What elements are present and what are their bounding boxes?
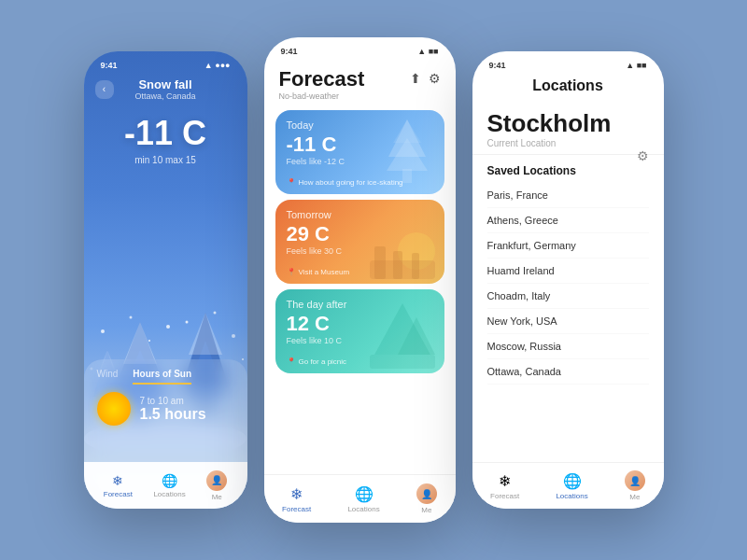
nav-me-1[interactable]: 👤 Me	[206, 470, 227, 501]
forecast-card-dayafter[interactable]: The day after 12 C Feels like 10 C 📍 Go …	[275, 289, 444, 373]
nav-locations-3[interactable]: 🌐 Locations	[556, 472, 587, 500]
forecast-icon-3: ❄	[499, 472, 511, 490]
avatar-3: 👤	[625, 470, 645, 491]
nav-forecast-label-1: Forecast	[104, 490, 133, 498]
nav-bar-3: ❄ Forecast 🌐 Locations 👤 Me	[472, 462, 664, 509]
card-dayafter-suggestion: 📍 Go for a picnic	[287, 357, 347, 366]
svg-marker-27	[393, 119, 421, 143]
avatar-1: 👤	[206, 470, 227, 491]
location-info: Snow fall Ottawa, Canada	[134, 77, 195, 101]
signal-icons-2: ▲ ■■	[417, 47, 438, 56]
nav-locations-label-2: Locations	[347, 505, 379, 513]
status-time-1: 9:41	[101, 61, 118, 70]
current-location-section: Stockholm Current Location ⚙	[472, 102, 664, 155]
status-time-3: 9:41	[489, 61, 506, 70]
header-action-icons: ⬆ ⚙	[410, 71, 441, 86]
location-item-newyork[interactable]: New York, USA	[487, 309, 649, 334]
svg-rect-35	[370, 355, 435, 369]
tab-wind[interactable]: Wind	[97, 369, 119, 385]
location-item-ottawa[interactable]: Ottawa, Canada	[487, 359, 649, 385]
location-pin-today: 📍	[287, 178, 296, 187]
locations-page-title: Locations	[472, 74, 664, 102]
temp-range: min 10 max 15	[84, 155, 247, 165]
svg-point-14	[101, 329, 105, 333]
phone-forecast: 9:41 ▲ ■■ Forecast No-bad-weather ⬆ ⚙ To…	[264, 37, 456, 523]
sun-info-row: 7 to 10 am 1.5 hours	[97, 392, 234, 426]
status-bar-1: 9:41 ▲ ●●●	[84, 51, 247, 74]
sun-hours: 1.5 hours	[140, 406, 206, 423]
card-tomorrow-decoration	[370, 200, 435, 284]
phone-locations: 9:41 ▲ ■■ Locations Stockholm Current Lo…	[472, 51, 664, 509]
svg-point-17	[213, 312, 216, 315]
current-location-label: Current Location	[487, 138, 649, 148]
signal-icons-3: ▲ ■■	[626, 61, 646, 70]
svg-rect-26	[402, 169, 412, 183]
settings-icon-2[interactable]: ⚙	[429, 71, 441, 86]
locations-icon-3: 🌐	[563, 472, 582, 490]
status-time-2: 9:41	[281, 47, 298, 56]
avatar-2: 👤	[416, 483, 437, 504]
saved-locations-section: Saved Locations Paris, France Athens, Gr…	[472, 155, 664, 388]
card-dayafter-decoration	[370, 289, 435, 373]
header-2: Forecast No-bad-weather ⬆ ⚙	[264, 60, 456, 105]
status-bar-3: 9:41 ▲ ■■	[472, 51, 664, 74]
settings-icon-3[interactable]: ⚙	[637, 148, 649, 163]
sun-time: 7 to 10 am	[140, 396, 206, 406]
location-item-paris[interactable]: Paris, France	[487, 183, 649, 208]
nav-locations-2[interactable]: 🌐 Locations	[347, 485, 379, 513]
tab-hours-of-sun[interactable]: Hours of Sun	[133, 369, 191, 385]
phone-snowfall: 9:41 ▲ ●●● ‹ Snow fall Ottawa, Canada -1…	[84, 51, 247, 509]
svg-point-21	[242, 358, 244, 360]
share-icon[interactable]: ⬆	[410, 71, 421, 86]
svg-point-16	[166, 325, 170, 329]
nav-locations-1[interactable]: 🌐 Locations	[153, 473, 185, 498]
forecast-icon-1: ❄	[112, 473, 123, 488]
nav-forecast-label-2: Forecast	[282, 505, 311, 513]
nav-locations-label-1: Locations	[153, 490, 185, 498]
nav-me-2[interactable]: 👤 Me	[416, 483, 437, 514]
city-name: Snow fall	[134, 77, 195, 91]
status-bar-2: 9:41 ▲ ■■	[264, 37, 456, 60]
svg-point-18	[232, 334, 235, 338]
nav-forecast-label-3: Forecast	[490, 492, 519, 500]
forecast-card-tomorrow[interactable]: Tomorrow 29 C Feels like 30 C 📍 Visit a …	[275, 200, 444, 284]
weather-tabs: Wind Hours of Sun	[97, 369, 234, 385]
svg-rect-31	[393, 251, 402, 279]
location-item-huamd[interactable]: Huamd Ireland	[487, 259, 649, 284]
country-name: Ottawa, Canada	[134, 91, 195, 101]
forecast-title: Forecast	[279, 67, 365, 91]
svg-point-15	[129, 316, 132, 319]
nav-me-3[interactable]: 👤 Me	[625, 470, 645, 501]
location-item-athens[interactable]: Athens, Greece	[487, 208, 649, 233]
saved-locations-title: Saved Locations	[487, 164, 649, 177]
svg-point-19	[148, 340, 150, 342]
nav-forecast-2[interactable]: ❄ Forecast	[282, 485, 311, 513]
svg-rect-32	[412, 253, 419, 279]
signal-icons-1: ▲ ●●●	[204, 61, 231, 70]
nav-me-label-1: Me	[212, 493, 222, 501]
forecast-icon-2: ❄	[290, 485, 303, 503]
location-pin-dayafter: 📍	[287, 357, 296, 366]
forecast-subtitle: No-bad-weather	[279, 91, 365, 101]
temperature-display: -11 C	[84, 114, 247, 153]
forecast-card-today[interactable]: Today -11 C Feels like -12 C 📍 How about…	[275, 110, 444, 194]
location-item-frankfurt[interactable]: Frankfurt, Germany	[487, 233, 649, 259]
card-today-tree	[379, 110, 435, 194]
location-pin-tomorrow: 📍	[287, 268, 296, 276]
card-tomorrow-suggestion: 📍 Visit a Museum	[287, 268, 350, 276]
sun-details: 7 to 10 am 1.5 hours	[140, 396, 206, 423]
nav-forecast-3[interactable]: ❄ Forecast	[490, 472, 519, 500]
nav-bar-1: ❄ Forecast 🌐 Locations 👤 Me	[84, 462, 247, 509]
location-item-choadm[interactable]: Choadm, Italy	[487, 284, 649, 309]
nav-locations-label-3: Locations	[556, 492, 587, 500]
svg-rect-30	[374, 246, 386, 279]
sun-icon	[97, 392, 131, 426]
locations-icon-2: 🌐	[355, 485, 374, 503]
current-city: Stockholm	[487, 109, 649, 138]
back-button[interactable]: ‹	[95, 80, 114, 99]
nav-forecast-1[interactable]: ❄ Forecast	[104, 473, 133, 498]
location-item-moscow[interactable]: Moscow, Russia	[487, 334, 649, 359]
nav-me-label-3: Me	[629, 493, 640, 501]
nav-bar-2: ❄ Forecast 🌐 Locations 👤 Me	[264, 474, 456, 523]
header-1: ‹ Snow fall Ottawa, Canada	[84, 74, 247, 105]
